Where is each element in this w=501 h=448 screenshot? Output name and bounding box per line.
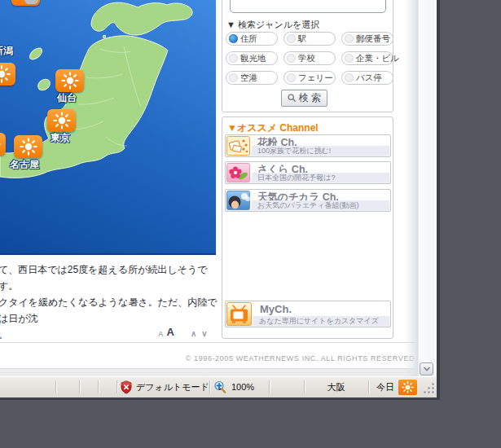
- sun-icon: [61, 72, 79, 90]
- weather-icon-niigata[interactable]: [0, 63, 15, 86]
- status-bar: デフォルトモード 100% 大阪 今日: [0, 376, 437, 397]
- scrollbar-down-button[interactable]: [420, 362, 433, 376]
- weather-icon-tokyo[interactable]: [47, 109, 76, 132]
- genre-radio-zipcode[interactable]: 郵便番号: [341, 32, 393, 46]
- zoom-magnifier-icon[interactable]: [213, 380, 228, 397]
- page-content: 新潟 仙台 東京 名古屋 て、西日本では25度を超える所が続出しそうです。 クタ…: [0, 0, 418, 376]
- radio-icon: [229, 73, 238, 82]
- text-size-controls: A A ∧ ∨: [158, 327, 215, 338]
- genre-radio-company[interactable]: 企業・ビル: [341, 51, 393, 65]
- genre-radio-ferry[interactable]: フェリー: [283, 71, 336, 85]
- radio-icon: [345, 73, 354, 82]
- sun-icon: [0, 65, 11, 83]
- genre-radio-airport[interactable]: 空港: [226, 71, 278, 85]
- city-label: 仙台: [57, 91, 77, 105]
- channel-item-sakura[interactable]: さくら Ch. 日本全国の開花予報は?: [225, 161, 391, 184]
- channel-item-mych[interactable]: MyCh. あなた専用にサイトをカスタマイズ: [225, 301, 391, 327]
- search-genre-options: 住所 駅 郵便番号 観光地 学校 企業・ビル 空港 フェリー バス停: [226, 32, 393, 85]
- search-input[interactable]: [230, 0, 386, 13]
- channel-subtitle: お天気のバラエティ番組(動画): [252, 200, 389, 210]
- frame-gap: [434, 0, 437, 376]
- today-weather-sun-icon[interactable]: [398, 380, 417, 395]
- radio-icon: [287, 73, 296, 82]
- genre-radio-sightseeing[interactable]: 観光地: [226, 51, 278, 65]
- statusbar-separator: [209, 380, 211, 393]
- recommended-channels-panel: ▼オススメ Channel 花粉 Ch. 100家族で花粉に挑む!: [222, 116, 393, 339]
- footer-divider: [0, 342, 418, 343]
- day-label: 今日: [371, 377, 399, 397]
- channel-title: MyCh.: [260, 303, 292, 315]
- forecast-line: クタイを緩めたくなるような暑さ。ただ、内陸では日が沈: [0, 294, 218, 327]
- sun-icon: [53, 112, 71, 130]
- japan-landmass: [0, 0, 216, 253]
- channel-item-kafun[interactable]: 花粉 Ch. 100家族で花粉に挑む!: [225, 134, 391, 157]
- channel-item-tenki-no-chikara[interactable]: 天気のチカラ Ch. お天気のバラエティ番組(動画): [225, 189, 391, 212]
- statusbar-separator: [79, 380, 81, 393]
- zoom-level-value[interactable]: 100%: [231, 377, 254, 397]
- search-genre-label: ▼ 検索ジャンルを選択: [226, 19, 319, 31]
- genre-radio-station[interactable]: 駅: [283, 32, 336, 46]
- city-label: 名古屋: [10, 158, 39, 172]
- sun-icon: [20, 138, 37, 156]
- scroll-up-icon[interactable]: ∧: [191, 329, 196, 338]
- variety-show-icon: [226, 191, 250, 210]
- genre-radio-school[interactable]: 学校: [283, 51, 336, 65]
- sakura-icon: [226, 163, 250, 182]
- weather-icon-nagoya[interactable]: [14, 135, 42, 158]
- vertical-scrollbar[interactable]: [418, 0, 434, 376]
- font-size-large-button[interactable]: A: [167, 326, 174, 338]
- weather-icon-partial-top[interactable]: [11, 0, 40, 6]
- window-resize-grip[interactable]: [424, 383, 435, 396]
- desktop: { "page": { "map": { "cities": [ {"name"…: [0, 0, 501, 448]
- channel-subtitle: 100家族で花粉に挑む!: [252, 146, 389, 156]
- browser-window: 新潟 仙台 東京 名古屋 て、西日本では25度を超える所が続出しそうです。 クタ…: [0, 0, 440, 400]
- channel-subtitle: あなた専用にサイトをカスタマイズ: [253, 316, 389, 326]
- page-bottom-strip: [0, 368, 418, 376]
- channel-subtitle: 日本全国の開花予報は?: [252, 173, 389, 182]
- chevron-down-icon: [423, 367, 431, 371]
- radio-icon: [229, 54, 238, 63]
- channels-header: ▼オススメ Channel: [227, 121, 319, 135]
- forecast-line: て、西日本では25度を超える所が続出しそうです。: [0, 261, 218, 294]
- browser-mode-label[interactable]: デフォルトモード: [136, 377, 209, 397]
- cloud-icon: [24, 0, 38, 4]
- hokkaido-shape: [91, 2, 192, 35]
- weather-icon-sendai[interactable]: [55, 69, 84, 92]
- radio-icon: [287, 34, 296, 43]
- search-button[interactable]: 検 索: [281, 90, 327, 107]
- radio-icon: [345, 54, 354, 63]
- statusbar-separator: [269, 380, 270, 393]
- statusbar-separator: [55, 380, 57, 393]
- genre-radio-address[interactable]: 住所: [226, 32, 278, 46]
- statusbar-separator: [368, 380, 370, 393]
- pollen-icon: [226, 136, 250, 156]
- tv-icon: [226, 302, 252, 326]
- security-shield-icon[interactable]: [121, 380, 132, 396]
- radio-icon: [345, 34, 354, 43]
- scroll-down-icon[interactable]: ∨: [201, 329, 207, 338]
- radio-icon: [287, 54, 296, 63]
- search-icon: [288, 94, 297, 103]
- radio-icon: [229, 34, 238, 43]
- japan-weather-map[interactable]: 新潟 仙台 東京 名古屋: [0, 0, 216, 255]
- sun-icon: [0, 135, 1, 153]
- copyright-text: © 1996-2005 WEATHERNEWS INC. ALL RIGHTS …: [147, 354, 418, 362]
- font-size-small-button[interactable]: A: [158, 330, 164, 338]
- statusbar-separator: [98, 380, 99, 393]
- city-label: 新潟: [0, 44, 13, 58]
- genre-radio-busstop[interactable]: バス停: [341, 71, 393, 85]
- region-label[interactable]: 大阪: [304, 377, 368, 397]
- statusbar-separator: [116, 380, 118, 393]
- city-label: 東京: [51, 131, 70, 145]
- weather-icon-partial-left[interactable]: [0, 133, 6, 156]
